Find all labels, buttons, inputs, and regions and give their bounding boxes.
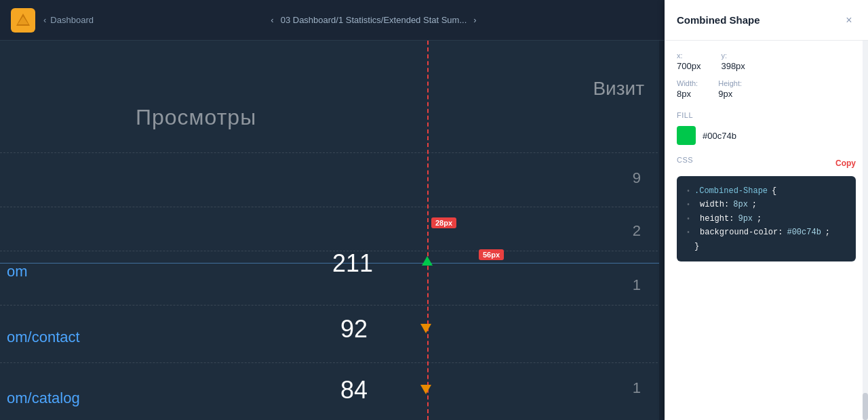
height-dimension: Height: 9px — [718, 79, 742, 99]
bullet-3: • — [686, 213, 690, 225]
panel-header: Combined Shape × — [665, 0, 868, 41]
fill-row: #00c74b — [677, 126, 856, 145]
x-coordinate: x: 700px — [677, 51, 701, 71]
width-label: Width: — [677, 79, 698, 87]
fill-section: Fill #00c74b — [677, 111, 856, 145]
width-value: 8px — [677, 89, 698, 99]
data-row-1: om 211 — [0, 244, 637, 305]
data-row-2: om/contact 92 — [0, 312, 637, 373]
bullet-2: • — [686, 199, 690, 211]
css-class-name: .Combined-Shape — [694, 184, 768, 198]
close-icon: × — [846, 14, 852, 26]
prosmotr-label: Просмотры — [136, 105, 256, 130]
panel-title: Combined Shape — [677, 14, 760, 26]
grid-line-4 — [0, 305, 665, 306]
num-2: 92 — [340, 315, 368, 343]
url-1: om — [7, 263, 28, 280]
panel-coordinates: x: 700px y: 398px — [677, 51, 856, 71]
css-code-block: • .Combined-Shape { • width: 8px; • heig… — [677, 176, 856, 261]
fill-color-swatch[interactable] — [677, 126, 696, 145]
height-value: 9px — [718, 89, 742, 99]
panel-body: x: 700px y: 398px Width: 8px Height: 9px… — [665, 41, 868, 420]
css-line-2: • width: 8px; — [686, 198, 846, 211]
grid-line-2 — [0, 207, 665, 207]
arrow-down-3 — [420, 385, 431, 394]
num-3: 84 — [340, 376, 368, 404]
badge-56px: 56px — [479, 249, 504, 260]
x-value: 700px — [677, 61, 701, 71]
logo-icon — [15, 12, 31, 28]
css-line-5: • } — [686, 240, 846, 253]
breadcrumb: ‹ 03 Dashboard/1 Statistics/Extended Sta… — [94, 15, 654, 25]
css-header: CSS Copy — [677, 156, 856, 171]
canvas-area: Просмотры Визит 9 2 1 1 om 211 om/contac… — [0, 41, 665, 420]
y-coordinate: y: 398px — [721, 51, 745, 71]
arrow-down-2 — [420, 324, 431, 333]
bullet-4: • — [686, 227, 690, 238]
url-2: om/contact — [7, 329, 80, 346]
back-label: Dashboard — [50, 15, 94, 25]
canvas-scrollbar[interactable] — [659, 41, 665, 420]
fill-hex-value: #00c74b — [703, 131, 736, 141]
y-label: y: — [721, 51, 745, 60]
back-button[interactable]: ‹ Dashboard — [43, 15, 94, 25]
breadcrumb-chevron-left[interactable]: ‹ — [271, 15, 273, 25]
svg-marker-1 — [18, 16, 28, 24]
bullet-1: • — [686, 186, 690, 197]
panel-scrollbar-thumb — [863, 393, 868, 420]
fill-label: Fill — [677, 111, 856, 119]
css-section: CSS Copy • .Combined-Shape { • width: 8p… — [677, 156, 856, 261]
css-line-1: • .Combined-Shape { — [686, 184, 846, 198]
top-navigation: ‹ Dashboard ‹ 03 Dashboard/1 Statistics/… — [0, 0, 665, 41]
width-dimension: Width: 8px — [677, 79, 698, 99]
arrow-up-1 — [422, 256, 433, 266]
x-label: x: — [677, 51, 701, 60]
css-copy-button[interactable]: Copy — [835, 159, 856, 168]
vizit-label: Визит — [593, 78, 644, 100]
panel-dimensions: Width: 8px Height: 9px — [677, 79, 856, 99]
breadcrumb-chevron-right[interactable]: › — [473, 15, 476, 25]
panel-close-button[interactable]: × — [842, 14, 856, 27]
grid-num-9: 9 — [633, 169, 641, 187]
css-line-4: • background-color: #00c74b; — [686, 226, 846, 239]
num-1: 211 — [332, 249, 373, 278]
css-line-3: • height: 9px; — [686, 212, 846, 226]
y-value: 398px — [721, 61, 745, 71]
css-label: CSS — [677, 156, 693, 164]
height-label: Height: — [718, 79, 742, 87]
badge-28px: 28px — [431, 217, 456, 228]
properties-panel: Combined Shape × x: 700px y: 398px Width… — [665, 0, 868, 420]
panel-scrollbar[interactable] — [863, 41, 868, 420]
url-3: om/catalog — [7, 390, 80, 407]
chevron-left-icon: ‹ — [43, 15, 46, 25]
breadcrumb-text: 03 Dashboard/1 Statistics/Extended Stat … — [281, 15, 467, 25]
data-row-3: om/catalog 84 — [0, 373, 637, 420]
grid-line-1 — [0, 152, 665, 153]
logo[interactable] — [11, 8, 35, 33]
grid-num-2: 2 — [633, 222, 641, 240]
